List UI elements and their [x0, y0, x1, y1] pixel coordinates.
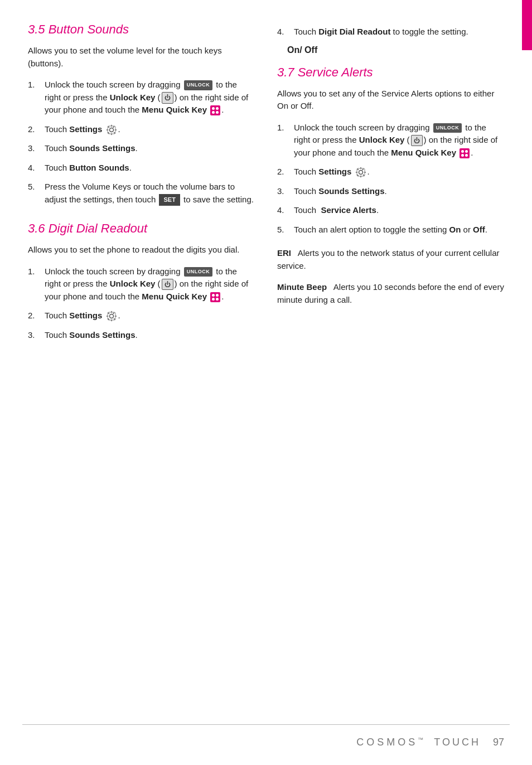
pink-tab	[522, 0, 532, 50]
step-36-1: 1. Unlock the touch screen by dragging U…	[28, 265, 255, 303]
minute-beep-definition: Minute Beep Alerts you 10 seconds before…	[277, 281, 504, 306]
page-number: 97	[493, 737, 504, 748]
section-37: 3.7 Service Alerts Allows you to set any…	[277, 65, 504, 307]
svg-point-4	[359, 171, 362, 175]
step-37-5: 5. Touch an alert option to toggle the s…	[277, 224, 504, 236]
section-36-heading: 3.6 Digit Dial Readout	[28, 221, 255, 236]
page-footer: COSMOS™ TOUCH 97	[356, 737, 504, 748]
unlock-icon: UNLOCK	[184, 80, 213, 90]
section-35-steps: 1. Unlock the touch screen by dragging U…	[28, 79, 255, 206]
brand-name: COSMOS	[356, 737, 418, 748]
step-num: 3.	[28, 142, 40, 155]
step-35-2: 2. Touch Settings .	[28, 123, 255, 136]
set-button-icon: SET	[159, 194, 180, 206]
section-37-steps: 1. Unlock the touch screen by dragging U…	[277, 122, 504, 236]
step-content: Touch Settings .	[45, 123, 255, 136]
two-column-layout: 3.5 Button Sounds Allows you to set the …	[28, 22, 504, 357]
section-35: 3.5 Button Sounds Allows you to set the …	[28, 22, 255, 206]
page-container: 3.5 Button Sounds Allows you to set the …	[0, 0, 532, 765]
step-content: Touch an alert option to toggle the sett…	[294, 224, 504, 236]
svg-point-2	[109, 314, 113, 318]
step-36-4-continuation: 4. Touch Digit Dial Readout to toggle th…	[277, 26, 504, 55]
step-36-2: 2. Touch Settings .	[28, 309, 255, 322]
step-num: 1.	[28, 265, 40, 303]
step-content: Unlock the touch screen by dragging UNLO…	[294, 122, 504, 159]
step-content: Touch Digit Dial Readout to toggle the s…	[294, 26, 504, 38]
menu-quick-key-icon	[210, 105, 220, 115]
eri-definition: ERI Alerts you to the network status of …	[277, 247, 504, 272]
step-content: Touch Sounds Settings.	[294, 185, 504, 198]
step-num: 4.	[277, 204, 289, 217]
key-icon: ⏻	[162, 279, 173, 290]
step-content: Touch Button Sounds.	[45, 162, 255, 175]
section-37-heading: 3.7 Service Alerts	[277, 65, 504, 80]
step-content: Touch Service Alerts.	[294, 204, 504, 217]
key-icon: ⏻	[411, 135, 423, 147]
section-37-intro: Allows you to set any of the Service Ale…	[277, 88, 504, 113]
section-35-heading: 3.5 Button Sounds	[28, 22, 255, 37]
left-column: 3.5 Button Sounds Allows you to set the …	[28, 22, 255, 357]
step-num: 1.	[277, 122, 289, 159]
unlock-icon: UNLOCK	[184, 267, 213, 277]
eri-term: ERI	[277, 248, 291, 258]
step-num: 5.	[28, 181, 40, 206]
step-content: Touch Sounds Settings.	[45, 142, 255, 155]
step-35-4: 4. Touch Button Sounds.	[28, 162, 255, 175]
step-num: 2.	[28, 309, 40, 322]
step-num: 2.	[28, 123, 40, 136]
right-column: 4. Touch Digit Dial Readout to toggle th…	[277, 22, 504, 357]
step-37-4: 4. Touch Service Alerts.	[277, 204, 504, 217]
section-35-intro: Allows you to set the volume level for t…	[28, 45, 255, 70]
step-37-3: 3. Touch Sounds Settings.	[277, 185, 504, 198]
step-content: Press the Volume Keys or touch the volum…	[45, 181, 255, 206]
brand-logo: COSMOS™ TOUCH	[356, 737, 481, 748]
on-off-label: On/ Off	[287, 45, 504, 55]
step-37-1: 1. Unlock the touch screen by dragging U…	[277, 122, 504, 159]
minute-beep-term: Minute Beep	[277, 282, 327, 292]
step-37-2: 2. Touch Settings .	[277, 166, 504, 178]
key-icon: ⏻	[162, 92, 173, 104]
section-36-steps: 1. Unlock the touch screen by dragging U…	[28, 265, 255, 342]
settings-gear-icon	[106, 124, 117, 135]
section-36: 3.6 Digit Dial Readout Allows you to set…	[28, 221, 255, 341]
step-content: Touch Settings .	[294, 166, 504, 178]
step-content: Unlock the touch screen by dragging UNLO…	[45, 79, 255, 117]
step-content: Unlock the touch screen by dragging UNLO…	[45, 265, 255, 303]
step-num: 2.	[277, 166, 289, 178]
step-35-5: 5. Press the Volume Keys or touch the vo…	[28, 181, 255, 206]
step-content: Touch Sounds Settings.	[45, 329, 255, 342]
brand-tm: ™	[418, 737, 425, 743]
step-num: 3.	[277, 185, 289, 198]
step-36-4: 4. Touch Digit Dial Readout to toggle th…	[277, 26, 504, 38]
step-content: Touch Settings .	[45, 309, 255, 322]
step-35-1: 1. Unlock the touch screen by dragging U…	[28, 79, 255, 117]
svg-point-0	[109, 128, 113, 132]
step-num: 3.	[28, 329, 40, 342]
settings-gear-icon	[106, 311, 117, 322]
section-36-intro: Allows you to set the phone to readout t…	[28, 244, 255, 256]
footer-line	[22, 724, 510, 725]
menu-quick-key-icon	[460, 148, 470, 158]
settings-gear-icon	[355, 167, 366, 178]
step-36-3: 3. Touch Sounds Settings.	[28, 329, 255, 342]
unlock-icon: UNLOCK	[433, 123, 462, 133]
step-num: 5.	[277, 224, 289, 236]
step-num: 4.	[28, 162, 40, 175]
step-35-3: 3. Touch Sounds Settings.	[28, 142, 255, 155]
menu-quick-key-icon	[210, 292, 220, 302]
brand-touch: TOUCH	[434, 737, 481, 748]
step-num: 4.	[277, 26, 289, 38]
step-num: 1.	[28, 79, 40, 117]
